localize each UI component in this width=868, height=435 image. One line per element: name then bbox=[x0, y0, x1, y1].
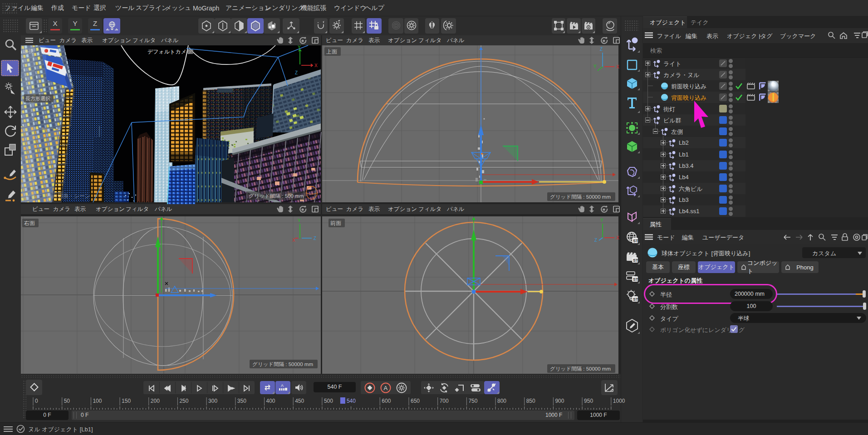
svg-text:700: 700 bbox=[440, 398, 449, 404]
svg-text:デフォルトカメラ: デフォルトカメラ bbox=[147, 49, 192, 55]
svg-text:0: 0 bbox=[35, 398, 38, 404]
svg-text:250: 250 bbox=[179, 398, 188, 404]
svg-text:900: 900 bbox=[555, 398, 564, 404]
svg-text:X: X bbox=[314, 63, 318, 68]
svg-text:グリッド間隔 : 50000 mm: グリッド間隔 : 50000 mm bbox=[550, 366, 611, 371]
svg-text:X: X bbox=[292, 238, 295, 243]
svg-text:600: 600 bbox=[382, 398, 391, 404]
svg-text:1000: 1000 bbox=[613, 398, 625, 404]
svg-text:400: 400 bbox=[266, 398, 275, 404]
svg-text:A: A bbox=[384, 385, 388, 391]
svg-text:Z: Z bbox=[295, 70, 298, 75]
svg-text:100: 100 bbox=[93, 398, 102, 404]
svg-text:グリッド間隔 : 500 mm: グリッド間隔 : 500 mm bbox=[249, 193, 304, 199]
svg-text:50: 50 bbox=[64, 398, 70, 404]
svg-text:Y: Y bbox=[298, 45, 301, 50]
svg-text:前面: 前面 bbox=[330, 220, 341, 226]
svg-text:650: 650 bbox=[411, 398, 420, 404]
svg-text:200: 200 bbox=[151, 398, 160, 404]
svg-text:950: 950 bbox=[584, 398, 593, 404]
svg-text:300: 300 bbox=[208, 398, 217, 404]
svg-text:850: 850 bbox=[526, 398, 535, 404]
svg-text:ビュー↺視点切換・シーン: ビュー↺視点切換・シーン bbox=[25, 193, 90, 199]
svg-text:Z: Z bbox=[600, 47, 603, 52]
svg-text:遠視: 遠視 bbox=[23, 48, 34, 54]
svg-text:A: A bbox=[281, 383, 284, 388]
svg-text:Y: Y bbox=[298, 218, 301, 223]
svg-text:800: 800 bbox=[497, 398, 506, 404]
svg-text:750: 750 bbox=[468, 398, 477, 404]
svg-text:Y: Y bbox=[593, 64, 597, 69]
svg-text:Z: Z bbox=[594, 238, 597, 243]
svg-text:グリッド間隔 : 50000 mm: グリッド間隔 : 50000 mm bbox=[550, 194, 611, 200]
svg-text:グリッド間隔 : 50000 mm: グリッド間隔 : 50000 mm bbox=[252, 362, 313, 367]
svg-text:Y: Y bbox=[600, 218, 603, 223]
svg-text:540: 540 bbox=[347, 398, 356, 404]
svg-text:Z: Z bbox=[314, 236, 316, 241]
svg-text:X: X bbox=[616, 64, 619, 69]
svg-text:上面: 上面 bbox=[326, 49, 337, 55]
svg-text:長方形選択: 長方形選択 bbox=[25, 96, 50, 101]
svg-text:350: 350 bbox=[237, 398, 246, 404]
svg-text:X: X bbox=[616, 235, 619, 240]
svg-text:右面: 右面 bbox=[24, 220, 35, 226]
svg-text:150: 150 bbox=[122, 398, 131, 404]
svg-text:500: 500 bbox=[324, 398, 333, 404]
svg-text:450: 450 bbox=[295, 398, 304, 404]
